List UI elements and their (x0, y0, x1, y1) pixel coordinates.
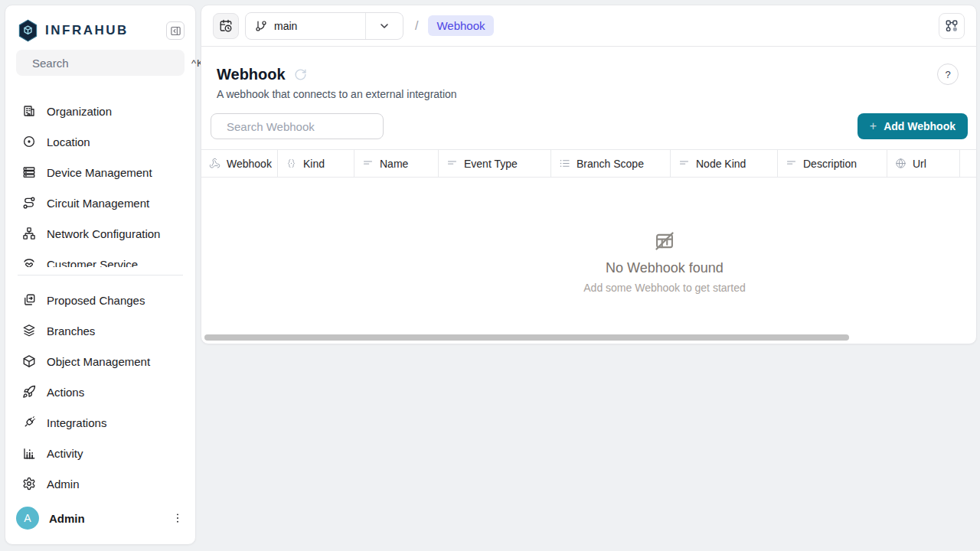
logo-wordmark: INFRAHUB (45, 23, 129, 38)
column-label: Node Kind (696, 158, 746, 170)
column-header-event-type[interactable]: Event Type (439, 150, 551, 177)
branch-name: main (274, 20, 297, 32)
branch-selector[interactable]: main (245, 12, 403, 40)
column-label: Event Type (464, 158, 518, 170)
column-label: Description (803, 158, 857, 170)
sidebar-item-branches[interactable]: Branches (8, 315, 192, 346)
text-icon (446, 158, 458, 169)
sidebar-user: A Admin (16, 501, 188, 535)
sidebar-item-location[interactable]: Location (8, 126, 192, 157)
search-input[interactable] (32, 57, 185, 70)
kebab-menu-icon[interactable] (168, 508, 188, 528)
route-icon (22, 196, 36, 210)
table-search-input[interactable] (227, 120, 379, 133)
chart-icon (22, 446, 36, 460)
column-label: Url (913, 158, 926, 170)
table-header-row: Webhook Kind Name Event Type Branch Scop… (201, 149, 976, 178)
breadcrumb-current[interactable]: Webhook (428, 15, 493, 36)
sidebar-search[interactable]: ^K (16, 50, 185, 76)
plug-icon (22, 416, 36, 429)
add-webhook-button[interactable]: + Add Webhook (858, 113, 968, 139)
server-icon (22, 165, 36, 179)
refresh-icon[interactable] (294, 68, 307, 81)
layers-icon (22, 324, 36, 337)
column-header-spacer (960, 150, 976, 177)
page-subtitle: A webhook that connects to an external i… (217, 88, 961, 100)
sidebar-item-label: Integrations (47, 416, 106, 429)
sidebar-item-proposed-changes[interactable]: Proposed Changes (8, 285, 192, 315)
infrahub-logo-icon (18, 19, 38, 42)
sidebar-item-label: Network Configuration (47, 227, 160, 240)
sidebar-item-admin[interactable]: Admin (8, 468, 192, 499)
page-title: Webhook (217, 65, 286, 83)
map-pin-icon (22, 135, 36, 148)
text-icon (678, 158, 690, 169)
column-label: Branch Scope (577, 158, 644, 170)
column-header-kind[interactable]: Kind (278, 150, 354, 177)
rocket-icon (22, 385, 36, 399)
text-icon (362, 158, 374, 169)
sidebar-menu-primary: Organization Location Device Management … (8, 96, 192, 267)
table-search[interactable] (211, 113, 384, 139)
user-name: Admin (49, 512, 85, 525)
sidebar-item-label: Organization (47, 105, 112, 118)
column-header-branch-scope[interactable]: Branch Scope (551, 150, 671, 177)
chevron-down-icon[interactable] (366, 13, 403, 39)
gear-icon (22, 477, 36, 491)
topbar: main / Webhook (201, 5, 976, 47)
column-label: Kind (303, 158, 325, 170)
sidebar-item-label: Actions (47, 386, 84, 399)
sidebar-header: INFRAHUB (18, 18, 185, 44)
sidebar-item-activity[interactable]: Activity (8, 438, 192, 468)
sidebar-item-label: Location (47, 135, 90, 148)
sidebar-item-circuit-management[interactable]: Circuit Management (8, 187, 192, 218)
braces-icon (286, 158, 297, 169)
sidebar-item-object-management[interactable]: Object Management (8, 346, 192, 377)
building-icon (22, 104, 36, 118)
sidebar-item-label: Customer Service (47, 258, 138, 268)
add-webhook-label: Add Webhook (884, 120, 956, 132)
column-header-description[interactable]: Description (778, 150, 887, 177)
empty-state-subtitle: Add some Webhook to get started (534, 282, 795, 294)
column-header-webhook[interactable]: Webhook (201, 150, 278, 177)
text-icon (786, 158, 797, 169)
calendar-clock-icon[interactable] (213, 13, 239, 39)
empty-state-title: No Webhook found (534, 260, 795, 276)
sidebar-item-label: Device Management (47, 166, 152, 179)
horizontal-scrollbar[interactable] (204, 334, 849, 341)
diff-icon (22, 293, 36, 307)
column-label: Webhook (227, 158, 272, 170)
handshake-icon (22, 257, 36, 267)
webhook-icon (209, 158, 220, 169)
sidebar-menu-secondary: Proposed Changes Branches Object Managem… (8, 285, 192, 499)
toolbar: + Add Webhook (201, 113, 976, 139)
sidebar-divider (18, 275, 183, 276)
sidebar-item-label: Admin (47, 478, 80, 491)
globe-icon (895, 158, 906, 169)
sidebar-item-label: Proposed Changes (47, 294, 145, 307)
column-header-url[interactable]: Url (887, 150, 960, 177)
sidebar-item-device-management[interactable]: Device Management (8, 157, 192, 187)
schema-diagram-icon[interactable] (939, 13, 965, 39)
sidebar-item-label: Object Management (47, 355, 150, 368)
sidebar-collapse-icon[interactable] (166, 21, 185, 40)
help-button[interactable]: ? (937, 64, 959, 85)
sidebar-item-customer-service[interactable]: Customer Service (8, 249, 192, 267)
avatar[interactable]: A (16, 507, 39, 530)
no-data-icon (654, 230, 675, 252)
sidebar-item-network-configuration[interactable]: Network Configuration (8, 218, 192, 249)
sidebar-item-label: Branches (47, 324, 95, 337)
main-panel: main / Webhook Webhook ? A webhook that … (201, 5, 977, 344)
sidebar-item-integrations[interactable]: Integrations (8, 407, 192, 438)
sidebar: INFRAHUB ^K Organization Location Device… (5, 5, 196, 545)
sidebar-item-label: Circuit Management (47, 197, 149, 210)
sidebar-item-label: Activity (47, 447, 83, 460)
column-header-name[interactable]: Name (354, 150, 439, 177)
git-branch-icon (255, 20, 267, 32)
cube-icon (22, 354, 36, 368)
plus-icon: + (870, 119, 877, 133)
sidebar-item-actions[interactable]: Actions (8, 377, 192, 407)
column-header-node-kind[interactable]: Node Kind (671, 150, 778, 177)
sidebar-item-organization[interactable]: Organization (8, 96, 192, 126)
column-label: Name (380, 158, 408, 170)
